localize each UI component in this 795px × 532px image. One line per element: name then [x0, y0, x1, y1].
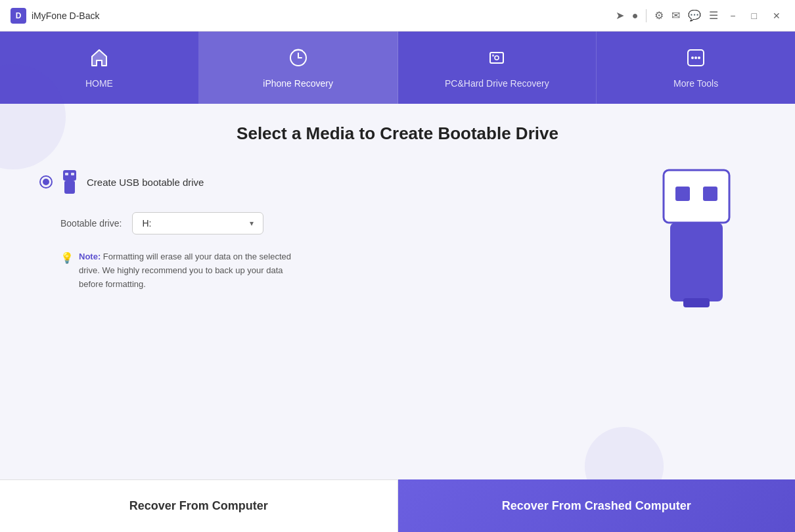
svg-point-7: [698, 56, 700, 59]
user-icon[interactable]: ●: [632, 10, 639, 22]
svg-rect-16: [683, 298, 710, 307]
content-area: Create USB bootable drive Bootable drive…: [39, 164, 756, 308]
app-logo: D: [11, 8, 26, 24]
svg-rect-14: [703, 187, 717, 201]
drive-select-label: Bootable drive:: [60, 218, 122, 229]
menu-icon[interactable]: ☰: [709, 9, 718, 22]
svg-rect-3: [492, 55, 494, 56]
drive-select-row: Bootable drive: H: ▾: [60, 212, 611, 234]
recover-from-computer-label: Recover From Computer: [129, 499, 268, 513]
note-keyword: Note:: [79, 252, 101, 261]
settings-icon[interactable]: ⚙: [654, 9, 664, 22]
pc-hard-drive-icon: [486, 47, 507, 73]
svg-rect-8: [63, 170, 76, 181]
divider: [646, 9, 647, 22]
titlebar-left: D iMyFone D-Back: [11, 8, 99, 24]
minimize-button[interactable]: −: [726, 9, 739, 22]
main-content: Select a Media to Create Bootable Drive …: [0, 104, 795, 479]
pc-hard-drive-label: PC&Hard Drive Recovery: [445, 78, 549, 89]
usb-radio-button[interactable]: [39, 175, 53, 188]
svg-point-2: [495, 56, 499, 60]
note-row: 💡 Note: Formatting will erase all your d…: [60, 250, 611, 291]
bulb-icon: 💡: [60, 252, 74, 264]
usb-small-icon: [60, 170, 79, 194]
drive-select-dropdown[interactable]: H: ▾: [132, 212, 263, 234]
svg-point-6: [694, 56, 697, 59]
more-tools-icon: [685, 47, 706, 73]
nav-iphone-recovery[interactable]: iPhone Recovery: [199, 32, 398, 104]
nav-pc-hard-drive[interactable]: PC&Hard Drive Recovery: [398, 32, 597, 104]
recover-from-crashed-button[interactable]: Recover From Crashed Computer: [398, 479, 796, 532]
svg-point-5: [691, 56, 694, 59]
titlebar-right: ➤ ● ⚙ ✉ 💬 ☰ − □ ✕: [616, 9, 784, 22]
usb-option-label: Create USB bootable drive: [87, 177, 204, 188]
home-label: HOME: [85, 78, 113, 89]
svg-rect-11: [64, 181, 75, 194]
usb-option-row: Create USB bootable drive: [39, 170, 611, 194]
chat-icon[interactable]: 💬: [688, 9, 701, 22]
nav-home[interactable]: HOME: [0, 32, 199, 104]
home-icon: [89, 47, 110, 73]
page-title: Select a Media to Create Bootable Drive: [39, 123, 756, 144]
svg-rect-9: [65, 173, 68, 175]
svg-rect-13: [675, 187, 690, 201]
svg-rect-1: [490, 53, 503, 63]
iphone-recovery-label: iPhone Recovery: [263, 78, 333, 89]
maximize-button[interactable]: □: [748, 9, 761, 22]
share-icon[interactable]: ➤: [616, 9, 624, 22]
drive-select-value: H:: [142, 218, 151, 229]
bottom-bar: Recover From Computer Recover From Crash…: [0, 479, 795, 532]
app-title: iMyFone D-Back: [32, 11, 99, 21]
options-panel: Create USB bootable drive Bootable drive…: [39, 164, 611, 291]
nav-more-tools[interactable]: More Tools: [597, 32, 795, 104]
titlebar: D iMyFone D-Back ➤ ● ⚙ ✉ 💬 ☰ − □ ✕: [0, 0, 795, 32]
recover-from-computer-button[interactable]: Recover From Computer: [0, 479, 398, 532]
close-button[interactable]: ✕: [769, 9, 784, 22]
svg-rect-12: [664, 170, 729, 223]
svg-rect-10: [71, 173, 74, 175]
note-text: Note: Formatting will erase all your dat…: [79, 250, 302, 291]
note-body: Formatting will erase all your data on t…: [79, 252, 291, 289]
recover-from-crashed-label: Recover From Crashed Computer: [502, 499, 691, 513]
mail-icon[interactable]: ✉: [671, 9, 680, 22]
navbar: HOME iPhone Recovery PC&Hard Drive Recov…: [0, 32, 795, 104]
chevron-down-icon: ▾: [250, 219, 254, 228]
usb-illustration: [637, 164, 756, 308]
iphone-recovery-icon: [288, 47, 309, 73]
svg-rect-15: [670, 223, 723, 301]
more-tools-label: More Tools: [673, 78, 718, 89]
